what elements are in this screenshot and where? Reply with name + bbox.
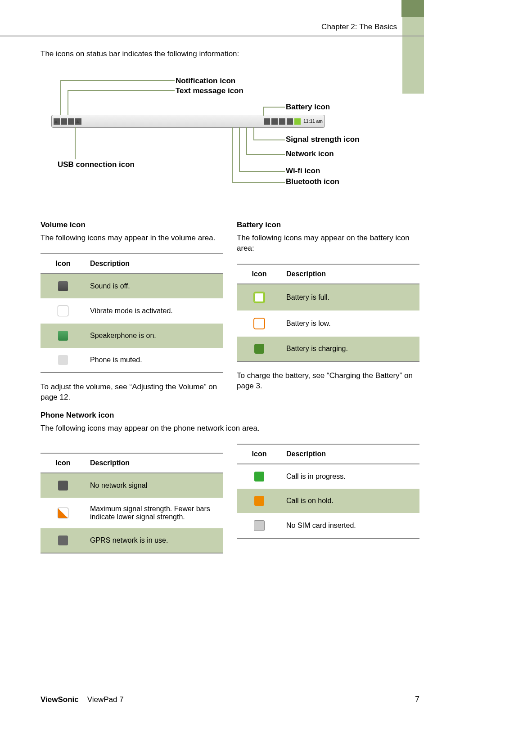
battery-icon (294, 118, 301, 125)
leader-line (60, 80, 61, 115)
call-on-hold-icon (254, 496, 264, 506)
header-rule (0, 36, 424, 36)
th-description: Description (282, 444, 419, 464)
row-desc: Sound is off. (86, 274, 223, 298)
table-row: Sound is off. (41, 274, 223, 298)
table-row: No network signal (41, 473, 223, 498)
no-signal-icon (58, 481, 68, 490)
table-row: Maximum signal strength. Fewer bars indi… (41, 498, 223, 528)
label-battery-icon: Battery icon (286, 103, 330, 112)
leader-line (68, 90, 175, 91)
leader-line (232, 127, 233, 182)
leader-line (68, 90, 68, 115)
label-usb-connection-icon: USB connection icon (58, 160, 139, 169)
row-desc: Maximum signal strength. Fewer bars indi… (86, 498, 223, 528)
row-desc: Vibrate mode is activated. (86, 298, 223, 324)
network-icon (279, 118, 285, 125)
usb-icon (68, 118, 74, 125)
warning-icon: ▲ (75, 118, 81, 125)
th-description: Description (86, 453, 223, 473)
battery-after: To charge the battery, see “Charging the… (237, 371, 419, 392)
row-desc: Speakerphone is on. (86, 324, 223, 348)
row-desc: Battery is charging. (282, 337, 419, 361)
leader-line (239, 127, 240, 171)
warning-icon: ▲ (54, 118, 60, 125)
table-row: Speakerphone is on. (41, 324, 223, 348)
volume-after: To adjust the volume, see “Adjusting the… (41, 382, 223, 403)
table-row: Vibrate mode is activated. (41, 298, 223, 324)
row-desc: No network signal (86, 473, 223, 498)
battery-section: Battery icon The following icons may app… (237, 220, 419, 403)
label-wifi-icon: Wi-fi icon (286, 166, 320, 176)
battery-full-icon (253, 292, 265, 303)
phone-network-table-left: Icon Description No network signal Maxim… (41, 453, 223, 554)
th-icon: Icon (41, 453, 86, 473)
signal-icon (287, 118, 293, 125)
table-row: Battery is full. (237, 284, 419, 310)
phone-network-heading: Phone Network icon (41, 411, 419, 420)
sound-off-icon (58, 281, 68, 291)
volume-desc: The following icons may appear in the vo… (41, 233, 223, 243)
battery-charging-icon (254, 344, 264, 354)
leader-line (60, 80, 175, 81)
leader-line (253, 127, 254, 140)
bluetooth-icon (264, 118, 270, 125)
wifi-icon (271, 118, 278, 125)
row-desc: Call is on hold. (282, 489, 419, 513)
battery-desc: The following icons may appear on the ba… (237, 233, 419, 254)
gprs-icon (58, 536, 68, 545)
leader-line (263, 107, 264, 116)
volume-section: Volume icon The following icons may appe… (41, 220, 223, 403)
label-bluetooth-icon: Bluetooth icon (286, 177, 339, 186)
th-description: Description (282, 264, 419, 284)
label-signal-strength-icon: Signal strength icon (286, 135, 359, 144)
th-icon: Icon (237, 264, 282, 284)
footer: ViewSonic ViewPad 7 7 (41, 695, 419, 704)
battery-table: Icon Description Battery is full. Batter… (237, 264, 419, 362)
leader-line (75, 127, 76, 159)
speakerphone-icon (58, 331, 68, 341)
table-row: GPRS network is in use. (41, 528, 223, 553)
th-icon: Icon (41, 254, 86, 274)
volume-table: Icon Description Sound is off. Vibrate m… (41, 253, 223, 373)
row-desc: Battery is full. (282, 284, 419, 310)
table-row: Call is in progress. (237, 464, 419, 489)
signal-strength-icon (58, 508, 68, 518)
volume-heading: Volume icon (41, 220, 223, 230)
page-number: 7 (415, 695, 419, 704)
th-description: Description (86, 254, 223, 274)
footer-product: ViewPad 7 (87, 695, 124, 704)
battery-low-icon (253, 318, 265, 329)
footer-brand: ViewSonic (41, 695, 79, 704)
table-row: Battery is low. (237, 310, 419, 337)
row-desc: Battery is low. (282, 310, 419, 337)
status-bar: ▲ ▲ 11:11 am (51, 115, 325, 128)
leader-line (263, 107, 285, 108)
th-icon: Icon (237, 444, 282, 464)
leader-line (253, 140, 285, 140)
battery-heading: Battery icon (237, 220, 419, 230)
label-network-icon: Network icon (286, 149, 334, 158)
row-desc: Phone is muted. (86, 348, 223, 373)
table-row: No SIM card inserted. (237, 513, 419, 539)
table-row: Phone is muted. (41, 348, 223, 373)
page-tab-decor (401, 0, 424, 17)
row-desc: No SIM card inserted. (282, 513, 419, 539)
chapter-title: Chapter 2: The Basics (321, 22, 397, 32)
mute-icon (58, 355, 68, 365)
phone-network-table-right: Icon Description Call is in progress. Ca… (237, 444, 419, 539)
label-notification-icon: Notification icon (176, 76, 235, 86)
leader-line (246, 154, 285, 155)
no-sim-icon (254, 520, 265, 531)
call-in-progress-icon (254, 472, 264, 482)
row-desc: GPRS network is in use. (86, 528, 223, 553)
status-bar-time: 11:11 am (303, 119, 323, 124)
table-row: Call is on hold. (237, 489, 419, 513)
phone-network-desc: The following icons may appear on the ph… (41, 423, 419, 434)
table-row: Battery is charging. (237, 337, 419, 361)
status-bar-diagram: Notification icon Text message icon ▲ ▲ … (41, 76, 419, 202)
chat-icon (61, 118, 67, 125)
label-text-message-icon: Text message icon (176, 86, 243, 95)
leader-line (246, 127, 247, 154)
leader-line (232, 182, 285, 183)
